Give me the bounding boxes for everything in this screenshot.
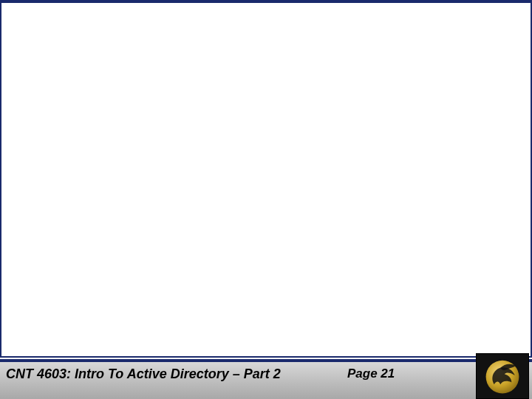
slide: CNT 4603: Intro To Active Directory – Pa… — [0, 0, 532, 399]
ucf-pegasus-logo — [476, 353, 529, 399]
footer-page-number: Page 21 — [347, 366, 395, 381]
footer-title: CNT 4603: Intro To Active Directory – Pa… — [6, 366, 281, 382]
pegasus-icon — [480, 355, 525, 397]
slide-footer: CNT 4603: Intro To Active Directory – Pa… — [0, 356, 532, 399]
left-border — [0, 0, 1, 399]
footer-bar: CNT 4603: Intro To Active Directory – Pa… — [0, 362, 532, 399]
top-border — [0, 0, 532, 3]
